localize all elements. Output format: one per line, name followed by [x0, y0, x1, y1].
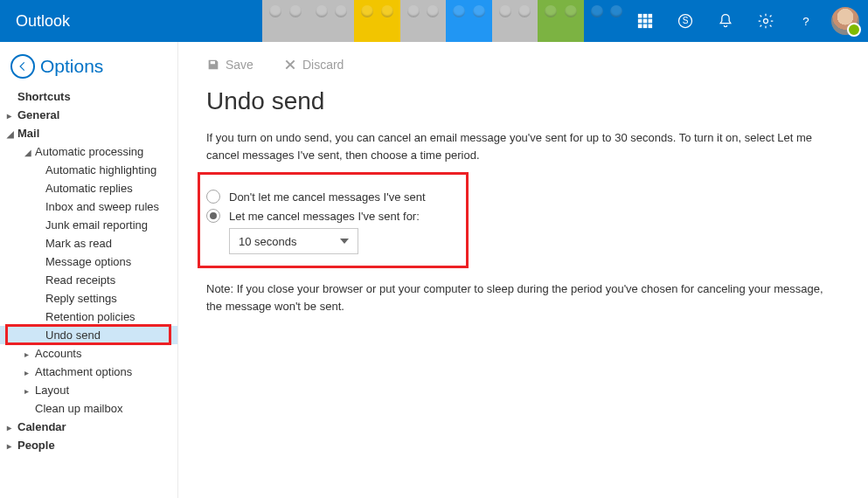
nav-auto-processing-label: Automatic processing: [35, 145, 143, 158]
svg-rect-0: [639, 15, 642, 17]
nav-cleanup[interactable]: Clean up mailbox: [0, 399, 177, 418]
settings-gear-icon[interactable]: [746, 0, 786, 42]
nav-attachment-label: Attachment options: [35, 365, 132, 378]
nav-message-options[interactable]: Message options: [0, 252, 177, 271]
help-icon[interactable]: ?: [786, 0, 826, 42]
svg-rect-2: [649, 15, 651, 17]
header-icons: S ?: [625, 0, 868, 42]
discard-icon: [283, 58, 297, 72]
nav-mail-label: Mail: [17, 127, 39, 140]
nav-mark-read[interactable]: Mark as read: [0, 234, 177, 252]
radio-let-cancel-row[interactable]: Let me cancel messages I've sent for:: [206, 209, 840, 223]
radio-dont-cancel[interactable]: [206, 190, 220, 204]
nav-layout[interactable]: ▸Layout: [0, 381, 177, 399]
header-theme-decoration: [262, 0, 629, 42]
nav-general[interactable]: ▸General: [0, 106, 177, 124]
time-period-value: 10 seconds: [239, 235, 297, 248]
nav-accounts[interactable]: ▸Accounts: [0, 344, 177, 363]
main-content: Save Discard Undo send If you turn on un…: [178, 42, 868, 498]
nav-shortcuts[interactable]: Shortcuts: [0, 87, 177, 106]
nav-layout-label: Layout: [35, 384, 69, 397]
nav-tree: Shortcuts ▸General ◢Mail ◢Automatic proc…: [0, 87, 177, 454]
app-launcher-icon[interactable]: [625, 0, 665, 42]
nav-general-label: General: [17, 108, 59, 121]
svg-rect-6: [639, 24, 642, 27]
radio-dont-cancel-row[interactable]: Don't let me cancel messages I've sent: [206, 190, 840, 204]
nav-calendar-label: Calendar: [17, 420, 66, 433]
svg-point-11: [764, 19, 768, 24]
user-avatar[interactable]: [831, 7, 859, 35]
note-text: Note: If you close your browser or put y…: [206, 280, 836, 315]
nav-retention[interactable]: Retention policies: [0, 308, 177, 326]
nav-undo-send[interactable]: Undo send: [0, 326, 177, 344]
nav-calendar[interactable]: ▸Calendar: [0, 418, 177, 436]
options-title: Options: [40, 56, 103, 77]
skype-icon[interactable]: S: [665, 0, 705, 42]
save-label: Save: [226, 58, 253, 72]
notifications-icon[interactable]: [705, 0, 746, 42]
undo-send-options: Don't let me cancel messages I've sent L…: [206, 177, 840, 266]
nav-auto-processing[interactable]: ◢Automatic processing: [0, 142, 177, 161]
page-title: Undo send: [206, 87, 840, 115]
header-bar: Outlook S ?: [0, 0, 868, 42]
back-button[interactable]: [10, 54, 35, 79]
svg-rect-8: [649, 24, 651, 27]
nav-undo-send-label: Undo send: [45, 329, 101, 342]
nav-auto-highlighting[interactable]: Automatic highlighting: [0, 161, 177, 179]
nav-attachment[interactable]: ▸Attachment options: [0, 363, 177, 381]
nav-read-receipts[interactable]: Read receipts: [0, 271, 177, 289]
discard-label: Discard: [302, 58, 344, 72]
svg-rect-1: [643, 15, 646, 17]
svg-text:?: ?: [802, 15, 809, 28]
nav-mail[interactable]: ◢Mail: [0, 124, 177, 142]
nav-inbox-sweep[interactable]: Inbox and sweep rules: [0, 197, 177, 216]
save-icon: [206, 58, 220, 72]
nav-auto-replies[interactable]: Automatic replies: [0, 179, 177, 197]
save-button[interactable]: Save: [206, 58, 253, 72]
toolbar: Save Discard: [206, 58, 840, 72]
chevron-down-icon: [340, 239, 349, 244]
svg-rect-5: [649, 19, 651, 22]
nav-junk-email[interactable]: Junk email reporting: [0, 216, 177, 234]
nav-people-label: People: [17, 439, 55, 452]
radio-let-cancel-label: Let me cancel messages I've sent for:: [229, 210, 420, 223]
time-period-select[interactable]: 10 seconds: [229, 228, 358, 254]
sidebar: Options Shortcuts ▸General ◢Mail ◢Automa…: [0, 42, 178, 498]
page-description: If you turn on undo send, you can cancel…: [206, 129, 836, 163]
discard-button[interactable]: Discard: [283, 58, 344, 72]
svg-rect-3: [639, 19, 642, 22]
app-title: Outlook: [0, 12, 70, 31]
nav-reply-settings[interactable]: Reply settings: [0, 289, 177, 308]
nav-accounts-label: Accounts: [35, 347, 81, 360]
svg-rect-7: [643, 24, 646, 27]
svg-rect-4: [643, 19, 646, 22]
radio-let-cancel[interactable]: [206, 209, 220, 223]
svg-text:S: S: [683, 16, 689, 25]
nav-people[interactable]: ▸People: [0, 436, 177, 454]
radio-dont-cancel-label: Don't let me cancel messages I've sent: [229, 190, 426, 204]
